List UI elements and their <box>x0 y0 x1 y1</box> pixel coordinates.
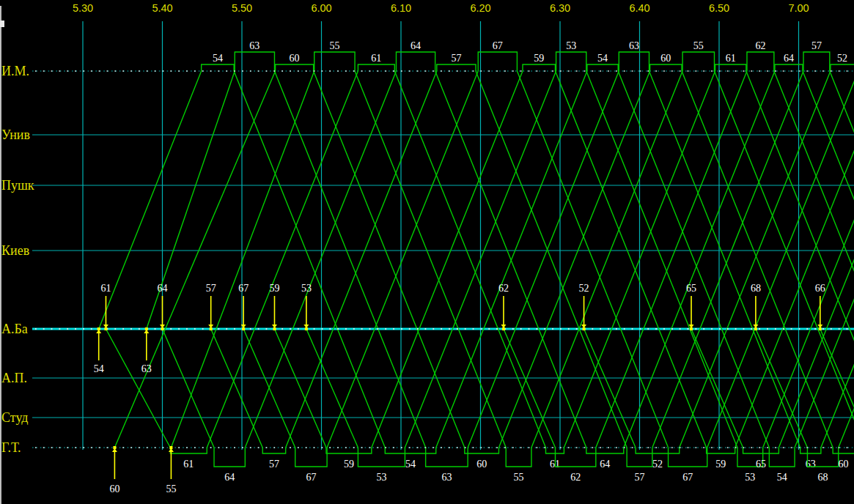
train-path-59[interactable] <box>555 71 706 448</box>
gt-turnaround-box[interactable] <box>586 448 624 453</box>
depot-entry-train-number: 63 <box>141 363 152 374</box>
gt-turnaround-train-number: 57 <box>635 472 645 483</box>
gt-turnaround-box[interactable] <box>800 448 821 453</box>
train-path-64[interactable] <box>435 71 586 448</box>
depot-entry-train-number: 59 <box>269 283 279 294</box>
im-turnaround-box[interactable] <box>314 52 355 71</box>
im-turnaround-box[interactable] <box>556 52 586 71</box>
train-path-53[interactable] <box>586 71 737 448</box>
gt-turnaround-box[interactable] <box>326 448 372 453</box>
depot-entry-dot <box>113 446 116 449</box>
train-path-53[interactable] <box>763 71 854 448</box>
train-path-57[interactable] <box>211 329 263 448</box>
train-path-63[interactable] <box>468 71 619 448</box>
gt-turnaround-train-number: 62 <box>570 472 581 483</box>
im-turnaround-box[interactable] <box>803 52 830 71</box>
gt-turnaround-box[interactable] <box>636 448 680 453</box>
gt-turnaround-box[interactable] <box>214 448 245 467</box>
train-path-61[interactable] <box>746 71 854 448</box>
train-graph-canvas[interactable]: 5.305.405.506.006.106.206.306.406.507.00… <box>0 0 854 504</box>
im-turnaround-box[interactable] <box>523 64 555 71</box>
gt-turnaround-train-number: 54 <box>405 459 416 470</box>
depot-entry-dot <box>819 327 822 330</box>
im-turnaround-train-number: 63 <box>629 40 639 51</box>
train-path-68[interactable] <box>839 71 854 448</box>
gt-turnaround-box[interactable] <box>833 448 854 453</box>
train-path-57[interactable] <box>286 71 437 448</box>
train-path-54[interactable] <box>99 71 202 329</box>
train-path-54[interactable] <box>618 71 769 448</box>
gt-turnaround-train-number: 53 <box>745 472 755 483</box>
train-path-61[interactable] <box>106 329 170 448</box>
train-path-61[interactable] <box>207 71 358 448</box>
im-turnaround-box[interactable] <box>396 52 435 71</box>
time-label: 5.30 <box>73 2 93 14</box>
train-path-64[interactable] <box>163 329 215 448</box>
im-turnaround-train-number: 54 <box>597 53 608 64</box>
gt-turnaround-box[interactable] <box>170 448 207 453</box>
train-path-55[interactable] <box>171 71 314 448</box>
im-turnaround-box[interactable] <box>747 52 774 71</box>
depot-entry-train-number: 52 <box>579 283 589 294</box>
gt-turnaround-box[interactable] <box>743 448 779 453</box>
im-turnaround-box[interactable] <box>587 64 618 71</box>
train-path-67[interactable] <box>517 71 668 448</box>
im-turnaround-box[interactable] <box>437 64 476 71</box>
gt-turnaround-box[interactable] <box>385 448 435 453</box>
station-label: Киев <box>1 243 29 258</box>
gt-turnaround-box[interactable] <box>769 448 795 467</box>
gt-turnaround-box[interactable] <box>465 448 499 453</box>
im-turnaround-box[interactable] <box>276 64 314 71</box>
train-path-60[interactable] <box>314 71 465 448</box>
train-path-57[interactable] <box>476 71 627 448</box>
gt-turnaround-box[interactable] <box>262 448 285 453</box>
gt-turnaround-box[interactable] <box>707 448 735 453</box>
train-path-60[interactable] <box>114 71 275 448</box>
train-path-55[interactable] <box>355 71 506 448</box>
gt-turnaround-box[interactable] <box>295 448 327 467</box>
train-path-59[interactable] <box>372 71 523 448</box>
train-path-64[interactable] <box>624 71 775 448</box>
gt-turnaround-train-number: 63 <box>441 472 452 483</box>
im-turnaround-box[interactable] <box>202 64 234 71</box>
train-path-57[interactable] <box>830 71 854 448</box>
gt-turnaround-box[interactable] <box>506 448 531 467</box>
train-path-54[interactable] <box>795 71 854 448</box>
im-turnaround-box[interactable] <box>682 52 714 71</box>
train-path-62[interactable] <box>504 329 556 448</box>
gt-turnaround-box[interactable] <box>555 448 595 467</box>
train-path-61[interactable] <box>394 71 545 448</box>
gt-turnaround-box[interactable] <box>358 448 405 467</box>
train-path-59[interactable] <box>274 329 326 448</box>
train-path-68[interactable] <box>756 329 808 448</box>
depot-entry-dot <box>273 327 276 330</box>
time-label: 6.10 <box>391 2 411 14</box>
train-path-52[interactable] <box>680 71 831 448</box>
train-path-55[interactable] <box>531 71 682 448</box>
train-path-54[interactable] <box>436 71 587 448</box>
train-path-57[interactable] <box>652 71 803 448</box>
im-turnaround-train-number: 54 <box>213 53 223 64</box>
depot-entry-train-number: 66 <box>815 283 825 294</box>
depot-entry-train-number: 68 <box>751 283 761 294</box>
im-turnaround-box[interactable] <box>619 52 649 71</box>
im-turnaround-box[interactable] <box>715 64 746 71</box>
im-turnaround-box[interactable] <box>478 52 517 71</box>
gt-turnaround-box[interactable] <box>627 448 652 467</box>
train-path-54[interactable] <box>234 71 385 448</box>
station-label: Г.Т. <box>1 440 21 455</box>
train-path-67[interactable] <box>243 329 295 448</box>
gt-turnaround-box[interactable] <box>669 448 707 467</box>
train-path-60[interactable] <box>498 71 649 448</box>
im-turnaround-train-number: 55 <box>693 40 704 51</box>
im-turnaround-box[interactable] <box>235 52 274 71</box>
depot-entry-dot <box>210 327 213 330</box>
im-turnaround-box[interactable] <box>831 64 854 71</box>
im-turnaround-train-number: 61 <box>726 53 736 64</box>
train-path-64[interactable] <box>245 71 396 448</box>
train-path-55[interactable] <box>714 71 854 448</box>
time-label: 6.40 <box>629 2 649 14</box>
im-turnaround-box[interactable] <box>358 64 394 71</box>
im-turnaround-box[interactable] <box>650 64 682 71</box>
gt-turnaround-box[interactable] <box>426 448 468 467</box>
